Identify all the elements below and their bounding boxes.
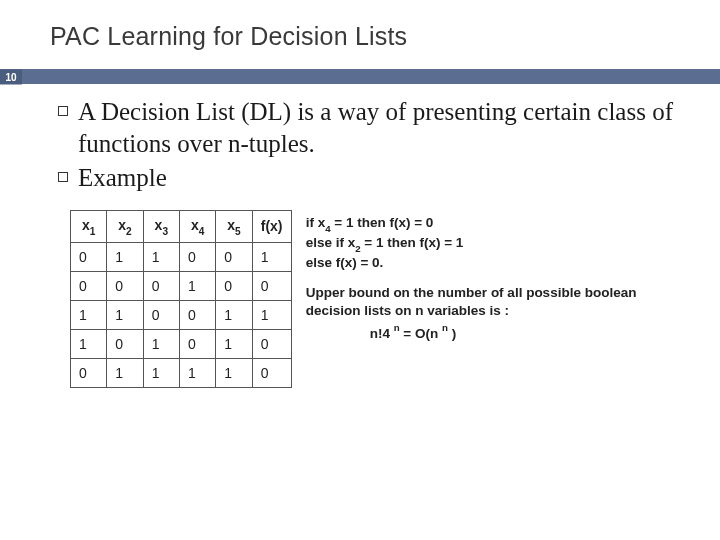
table-cell: 0 — [71, 358, 107, 387]
upper-bound-text: Upper bound on the number of all possibl… — [306, 284, 686, 343]
content-area: A Decision List (DL) is a way of present… — [0, 84, 720, 388]
table-cell: 0 — [179, 300, 215, 329]
table-body: 011001000100110011101010011110 — [71, 242, 292, 387]
table-cell: 0 — [71, 242, 107, 271]
bullet-text: Example — [78, 162, 167, 194]
bullet-text: A Decision List (DL) is a way of present… — [78, 96, 686, 160]
table-cell: 1 — [143, 242, 179, 271]
rule-line: else f(x) = 0. — [306, 254, 686, 272]
table-cell: 0 — [216, 271, 252, 300]
table-cell: 1 — [216, 329, 252, 358]
table-cell: 1 — [71, 300, 107, 329]
table-cell: 1 — [71, 329, 107, 358]
table-cell: 1 — [179, 358, 215, 387]
truth-table: x1 x2 x3 x4 x5 f(x) 01100100010011001110… — [70, 210, 292, 388]
lower-row: x1 x2 x3 x4 x5 f(x) 01100100010011001110… — [50, 210, 686, 388]
col-header: x4 — [179, 211, 215, 243]
col-header: x2 — [107, 211, 143, 243]
table-cell: 0 — [143, 271, 179, 300]
table-row: 011110 — [71, 358, 292, 387]
table-header-row: x1 x2 x3 x4 x5 f(x) — [71, 211, 292, 243]
table-row: 011001 — [71, 242, 292, 271]
table-row: 110011 — [71, 300, 292, 329]
table-cell: 1 — [216, 358, 252, 387]
table-cell: 1 — [107, 300, 143, 329]
table-cell: 0 — [216, 242, 252, 271]
slide-title: PAC Learning for Decision Lists — [0, 0, 720, 51]
title-bar: 10 — [0, 69, 720, 84]
table-cell: 0 — [252, 358, 291, 387]
table-cell: 0 — [179, 329, 215, 358]
table-cell: 1 — [107, 358, 143, 387]
table-row: 000100 — [71, 271, 292, 300]
table-cell: 1 — [252, 300, 291, 329]
bullet-list: A Decision List (DL) is a way of present… — [50, 96, 686, 194]
table-cell: 0 — [179, 242, 215, 271]
table-cell: 0 — [252, 271, 291, 300]
table-cell: 0 — [252, 329, 291, 358]
table-cell: 1 — [143, 329, 179, 358]
table-cell: 1 — [143, 358, 179, 387]
bullet-item: A Decision List (DL) is a way of present… — [58, 96, 686, 160]
col-header: x5 — [216, 211, 252, 243]
table-cell: 0 — [71, 271, 107, 300]
slide-number: 10 — [0, 69, 22, 84]
col-header: x3 — [143, 211, 179, 243]
slide: PAC Learning for Decision Lists 10 A Dec… — [0, 0, 720, 540]
rule-line: else if x2 = 1 then f(x) = 1 — [306, 234, 686, 254]
table-cell: 0 — [107, 329, 143, 358]
bound-intro: Upper bound on the number of all possibl… — [306, 284, 686, 320]
table-cell: 1 — [107, 242, 143, 271]
table-cell: 1 — [252, 242, 291, 271]
table-cell: 0 — [143, 300, 179, 329]
table-cell: 1 — [216, 300, 252, 329]
bullet-box-icon — [58, 106, 68, 116]
bullet-box-icon — [58, 172, 68, 182]
table-cell: 0 — [107, 271, 143, 300]
bound-formula: n!4 n = O(n n ) — [306, 322, 686, 343]
bullet-item: Example — [58, 162, 686, 194]
decision-rules: if x4 = 1 then f(x) = 0 else if x2 = 1 t… — [306, 214, 686, 272]
col-header: f(x) — [252, 211, 291, 243]
col-header: x1 — [71, 211, 107, 243]
side-notes: if x4 = 1 then f(x) = 0 else if x2 = 1 t… — [306, 210, 686, 388]
rule-line: if x4 = 1 then f(x) = 0 — [306, 214, 686, 234]
table-row: 101010 — [71, 329, 292, 358]
table-cell: 1 — [179, 271, 215, 300]
